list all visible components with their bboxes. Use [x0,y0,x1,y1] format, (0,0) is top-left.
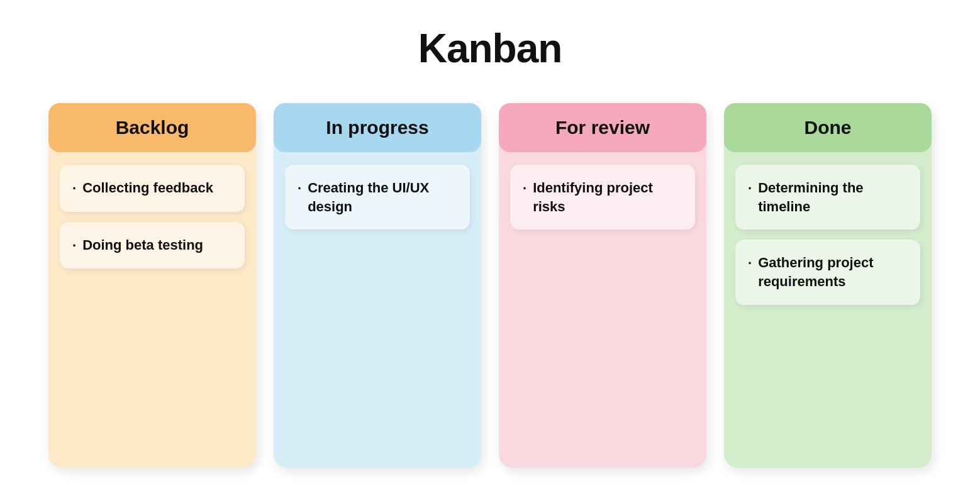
column-body-done: · Determining the timeline · Gathering p… [724,152,932,318]
card-identifying-risks[interactable]: · Identifying project risks [510,165,695,230]
card-text: Determining the timeline [758,179,908,216]
card-determining-timeline[interactable]: · Determining the timeline [735,165,920,230]
card-text: Gathering project requirements [758,253,908,291]
card-collecting-feedback[interactable]: · Collecting feedback [60,165,245,212]
card-text: Creating the UI/UX design [308,179,457,216]
column-title-done: Done [805,117,852,138]
column-header-inprogress: In progress [274,103,481,152]
bullet-icon: · [523,179,526,198]
card-creating-uiux[interactable]: · Creating the UI/UX design [285,165,470,230]
column-done: Done · Determining the timeline · Gather… [724,103,932,468]
column-body-forreview: · Identifying project risks [499,152,706,242]
column-inprogress: In progress · Creating the UI/UX design [274,103,481,468]
column-forreview: For review · Identifying project risks [499,103,706,468]
bullet-icon: · [72,179,76,198]
kanban-board: Backlog · Collecting feedback · Doing be… [38,103,942,468]
column-title-forreview: For review [555,117,650,138]
card-gathering-requirements[interactable]: · Gathering project requirements [735,240,920,304]
column-body-inprogress: · Creating the UI/UX design [274,152,481,242]
column-body-backlog: · Collecting feedback · Doing beta testi… [48,152,256,281]
card-text: Collecting feedback [82,179,232,197]
column-header-backlog: Backlog [48,103,256,152]
card-text: Identifying project risks [533,179,682,216]
bullet-icon: · [298,179,301,198]
column-title-inprogress: In progress [326,117,428,138]
card-doing-beta-testing[interactable]: · Doing beta testing [60,222,245,269]
column-backlog: Backlog · Collecting feedback · Doing be… [48,103,256,468]
page-title: Kanban [418,25,562,72]
column-header-forreview: For review [499,103,706,152]
card-text: Doing beta testing [82,236,232,255]
column-title-backlog: Backlog [116,117,189,138]
bullet-icon: · [72,236,76,255]
column-header-done: Done [724,103,932,152]
bullet-icon: · [748,254,752,273]
bullet-icon: · [748,179,752,198]
